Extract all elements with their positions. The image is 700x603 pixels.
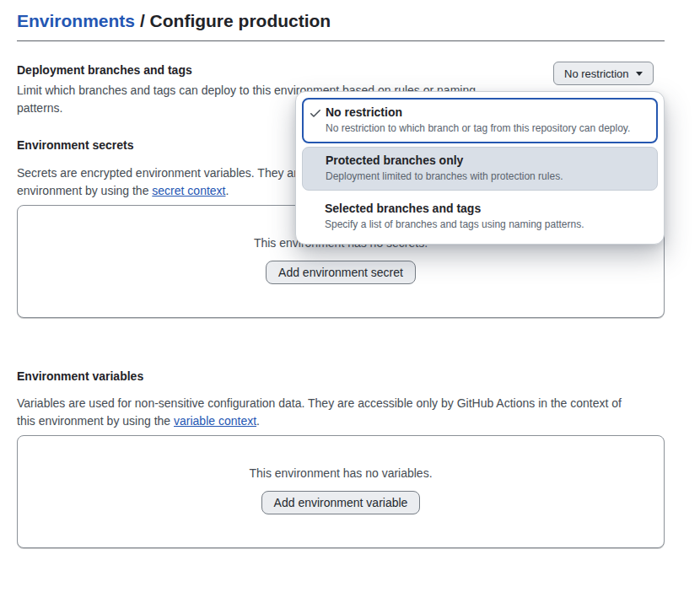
branch-restriction-select-button[interactable]: No restriction [553, 62, 654, 85]
variables-empty-box: This environment has no variables. Add e… [17, 435, 665, 548]
secrets-section-heading: Environment secrets [17, 138, 134, 152]
add-environment-variable-button[interactable]: Add environment variable [261, 491, 421, 514]
page-title-current: Configure production [150, 11, 331, 30]
menu-item-protected-branches-only[interactable]: Protected branches only Deployment limit… [302, 147, 658, 191]
menu-item-no-restriction[interactable]: No restriction No restriction to which b… [302, 98, 658, 143]
branch-restriction-menu: No restriction No restriction to which b… [295, 91, 665, 245]
menu-item-title: Protected branches only [326, 153, 648, 168]
variables-empty-text: This environment has no variables. [249, 466, 432, 480]
menu-item-description: Deployment limited to branches with prot… [326, 170, 648, 183]
branch-restriction-select-label: No restriction [564, 67, 629, 80]
variables-description: Variables are used for non-sensitive con… [17, 395, 622, 430]
breadcrumb-environments-link[interactable]: Environments [17, 11, 135, 30]
deployment-section-heading: Deployment branches and tags [17, 63, 192, 77]
menu-item-title: No restriction [326, 105, 648, 120]
add-environment-secret-button[interactable]: Add environment secret [266, 261, 416, 284]
variables-description-line1: Variables are used for non-sensitive con… [17, 395, 622, 412]
secrets-description-line2-prefix: environment by using the [17, 184, 152, 197]
variables-section-heading: Environment variables [17, 369, 143, 383]
check-icon [309, 106, 322, 120]
variables-description-suffix: . [256, 414, 260, 428]
menu-item-description: Specify a list of branches and tags usin… [325, 218, 649, 231]
menu-item-title: Selected branches and tags [325, 201, 649, 216]
menu-item-description: No restriction to which branch or tag fr… [326, 121, 648, 135]
breadcrumb-separator: / [140, 11, 145, 30]
variables-description-line2: this environment by using the variable c… [17, 412, 622, 430]
variables-description-line2-prefix: this environment by using the [17, 414, 174, 428]
header-divider [17, 40, 665, 41]
secret-context-link[interactable]: secret context [152, 184, 225, 197]
chevron-down-icon [636, 72, 643, 76]
menu-item-selected-branches-and-tags[interactable]: Selected branches and tags Specify a lis… [302, 194, 658, 238]
page-title: Environments / Configure production [17, 11, 331, 31]
variable-context-link[interactable]: variable context [174, 414, 256, 428]
secrets-description-suffix: . [225, 184, 229, 197]
